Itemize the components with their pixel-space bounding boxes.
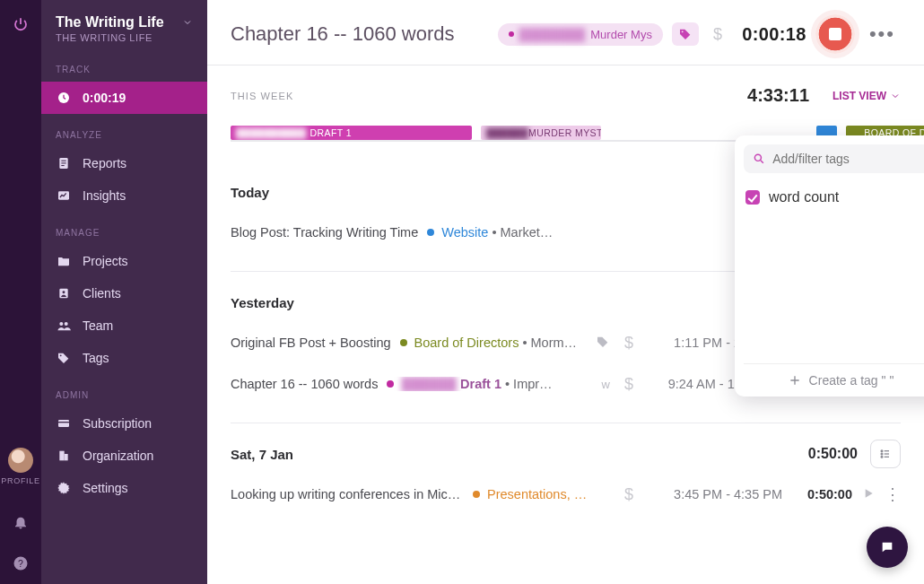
sidebar-item-projects[interactable]: Projects [41, 245, 207, 277]
workspace-title: The Writing Life [56, 14, 164, 31]
search-icon [753, 152, 765, 166]
svg-rect-16 [65, 454, 68, 460]
group-title: Today [231, 185, 269, 200]
svg-text:?: ? [18, 558, 23, 569]
tag-icon [56, 351, 72, 365]
bar-murder[interactable]: ██████MURDER MYST… [481, 126, 601, 140]
user-icon [56, 286, 72, 301]
plus-icon [788, 373, 802, 388]
svg-point-18 [682, 31, 684, 32]
tag-popover: word count Create a tag " " [735, 135, 924, 397]
building-icon [56, 449, 72, 463]
time-range: 3:45 PM - 4:35 PM [648, 487, 782, 501]
svg-point-12 [60, 354, 62, 356]
sidebar-item-tags[interactable]: Tags [41, 342, 207, 374]
svg-point-19 [754, 154, 761, 161]
sidebar-item-subscription[interactable]: Subscription [41, 407, 207, 440]
section-admin: ADMIN [41, 390, 207, 407]
clock-icon [56, 91, 72, 105]
document-icon [56, 156, 72, 170]
help-icon[interactable]: ? [13, 555, 29, 571]
stop-button[interactable] [815, 14, 855, 54]
avatar[interactable] [8, 448, 33, 473]
tag-search[interactable] [744, 144, 924, 173]
group-total: 0:50:00 [808, 446, 858, 462]
sidebar-item-organization[interactable]: Organization [41, 440, 207, 472]
app-root: PROFILE ? The Writing Life THE WRITING L… [0, 0, 924, 584]
tag-option-wordcount[interactable]: word count [744, 184, 924, 211]
svg-rect-13 [58, 420, 69, 427]
time-entry-row[interactable]: Looking up writing conferences in Michig… [231, 468, 901, 510]
entry-desc: Chapter 16 -- 1060 words [231, 377, 378, 391]
bell-icon[interactable] [13, 514, 29, 530]
svg-point-10 [59, 322, 63, 326]
workspace-subtitle: THE WRITING LIFE [56, 32, 193, 43]
billable-toggle[interactable]: $ [708, 25, 728, 44]
chat-bubble[interactable] [867, 527, 908, 568]
stop-icon [829, 28, 841, 40]
entry-desc: Original FB Post + Boosting [231, 336, 391, 350]
view-switch[interactable]: LIST VIEW [832, 90, 901, 102]
group-title: Yesterday [231, 295, 294, 310]
chat-icon [880, 540, 894, 554]
day-group: Sat, 7 Jan 0:50:00 Looking up writing co… [231, 423, 901, 510]
running-timer: 0:00:18 [737, 24, 806, 45]
project-chip[interactable]: ████████ Murder Mys [498, 23, 663, 46]
entry-bar: Chapter 16 -- 1060 words ████████ Murder… [207, 0, 924, 65]
play-button[interactable] [861, 486, 876, 503]
section-manage: MANAGE [41, 228, 207, 245]
svg-rect-5 [61, 162, 65, 163]
bar-draft1[interactable]: ██████████DRAFT 1 [231, 126, 472, 140]
project-dot [509, 31, 514, 37]
power-icon[interactable] [7, 11, 34, 38]
svg-point-9 [63, 291, 65, 293]
duration: 0:50:00 [791, 487, 852, 501]
chevron-down-icon [182, 17, 193, 28]
sidebar: The Writing Life THE WRITING LIFE TRACK … [41, 0, 207, 584]
billable-icon[interactable]: $ [619, 375, 639, 394]
checkbox-checked-icon [745, 190, 760, 205]
create-tag[interactable]: Create a tag " " [744, 363, 924, 388]
sidebar-item-timer[interactable]: 0:00:19 [41, 82, 207, 114]
sidebar-item-reports[interactable]: Reports [41, 147, 207, 179]
sidebar-timer-value: 0:00:19 [83, 91, 126, 105]
tag-button[interactable] [672, 22, 699, 46]
billable-icon[interactable]: $ [619, 485, 639, 504]
week-section: THIS WEEK 4:33:11 LIST VIEW ██████████DR… [207, 65, 924, 142]
bulk-edit-button[interactable] [870, 440, 901, 468]
entry-desc: Looking up writing conferences in Michig… [231, 487, 464, 501]
svg-point-32 [881, 450, 883, 452]
entry-more[interactable]: ••• [864, 22, 901, 46]
mini-rail: PROFILE ? [0, 0, 41, 584]
profile-label: PROFILE [1, 476, 40, 485]
svg-point-33 [881, 453, 883, 455]
week-label: THIS WEEK [231, 91, 293, 101]
tag-chip: w [602, 378, 610, 391]
group-title: Sat, 7 Jan [231, 447, 293, 462]
workspace-header[interactable]: The Writing Life THE WRITING LIFE [41, 0, 207, 52]
section-analyze: ANALYZE [41, 130, 207, 147]
billable-icon[interactable]: $ [619, 334, 639, 353]
svg-rect-4 [61, 161, 65, 161]
chart-icon [56, 188, 72, 203]
svg-rect-14 [58, 422, 69, 423]
sidebar-item-insights[interactable]: Insights [41, 179, 207, 212]
entry-description[interactable]: Chapter 16 -- 1060 words [231, 22, 454, 46]
folder-icon [56, 254, 72, 268]
main: Chapter 16 -- 1060 words ████████ Murder… [207, 0, 924, 584]
week-total: 4:33:11 [747, 85, 809, 106]
project-name-blur: ████████ [519, 28, 586, 41]
sidebar-item-team[interactable]: Team [41, 309, 207, 342]
svg-rect-15 [59, 451, 64, 461]
svg-rect-6 [61, 165, 64, 166]
tag-icon [596, 335, 610, 352]
sidebar-item-settings[interactable]: Settings [41, 472, 207, 504]
chevron-down-icon [890, 91, 901, 101]
section-track: TRACK [41, 65, 207, 82]
entry-desc: Blog Post: Tracking Writing Time [231, 225, 418, 240]
sidebar-item-clients[interactable]: Clients [41, 277, 207, 309]
svg-point-11 [65, 322, 68, 326]
card-icon [56, 416, 72, 431]
row-more[interactable]: ⋮ [885, 484, 901, 504]
tag-filter-input[interactable] [772, 152, 924, 166]
